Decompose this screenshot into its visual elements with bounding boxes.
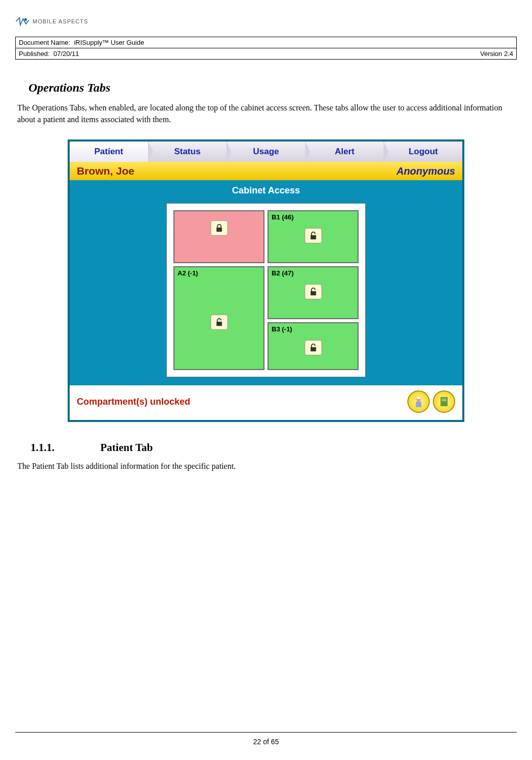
compartment-label: B3 (-1) <box>269 323 295 335</box>
doc-name-row: Document Name: iRISupply™ User Guide <box>16 37 516 48</box>
subsection-number: 1.1.1. <box>31 441 54 454</box>
tab-status[interactable]: Status <box>149 142 227 162</box>
svg-rect-2 <box>310 235 316 239</box>
nurse-icon[interactable] <box>407 390 430 413</box>
book-icon[interactable] <box>433 390 455 413</box>
cabinet-grid: B1 (46) A2 (-1) B2 (47) <box>167 204 365 377</box>
compartment-b2[interactable]: B2 (47) <box>268 266 359 319</box>
tab-alert[interactable]: Alert <box>306 142 385 162</box>
patient-name: Brown, Joe <box>77 165 134 177</box>
svg-point-0 <box>24 18 27 21</box>
subsection-paragraph: The Patient Tab lists additional informa… <box>17 460 515 472</box>
tab-label: Patient <box>94 147 123 157</box>
cabinet-panel: Cabinet Access B1 (46) <box>70 180 462 384</box>
lock-open-icon <box>211 315 228 330</box>
compartment-b1[interactable]: B1 (46) <box>268 210 359 263</box>
lock-closed-icon <box>211 220 228 236</box>
tab-label: Usage <box>253 147 279 157</box>
svg-rect-5 <box>310 347 316 351</box>
doc-name-value: iRISupply™ User Guide <box>74 39 144 46</box>
version-label: Version 2.4 <box>480 50 513 58</box>
status-row: Compartment(s) unlocked <box>70 384 462 420</box>
lock-open-icon <box>305 340 322 355</box>
compartment-label: B1 (46) <box>269 211 297 223</box>
lock-open-icon <box>305 228 322 243</box>
tab-logout[interactable]: Logout <box>384 142 462 162</box>
compartment-b3[interactable]: B3 (-1) <box>268 322 359 370</box>
lock-open-icon <box>305 284 322 299</box>
figure-cabinet-access: Patient Status Usage Alert Logout Brown,… <box>15 139 517 422</box>
footer-rule <box>15 732 517 733</box>
subsection-title: Patient Tab <box>100 441 153 454</box>
section-paragraph: The Operations Tabs, when enabled, are l… <box>17 102 515 125</box>
compartment-label: A2 (-1) <box>174 267 201 279</box>
tab-usage[interactable]: Usage <box>227 142 306 162</box>
cabinet-title: Cabinet Access <box>70 180 462 203</box>
doc-meta-box: Document Name: iRISupply™ User Guide Pub… <box>15 37 517 60</box>
tab-label: Alert <box>335 147 354 157</box>
published-cell: Published: 07/20/11 <box>19 50 79 58</box>
tab-label: Logout <box>408 147 438 157</box>
svg-rect-4 <box>310 291 316 295</box>
svg-rect-8 <box>417 398 421 399</box>
section-heading: Operations Tabs <box>28 81 517 95</box>
page-number: 22 of 65 <box>0 738 532 746</box>
status-icon-group <box>407 390 455 413</box>
published-label: Published: <box>19 50 50 58</box>
logo-text: MOBILE ASPECTS <box>33 18 88 24</box>
compartment-a1[interactable] <box>173 210 264 263</box>
anonymous-label[interactable]: Anonymous <box>396 165 455 177</box>
compartment-label: B2 (47) <box>269 267 297 279</box>
svg-rect-1 <box>216 228 222 232</box>
app-window: Patient Status Usage Alert Logout Brown,… <box>68 139 464 422</box>
tabs-row: Patient Status Usage Alert Logout <box>70 142 462 162</box>
patient-bar: Brown, Joe Anonymous <box>70 162 462 180</box>
published-value: 07/20/11 <box>53 50 79 58</box>
doc-name-label: Document Name: <box>19 39 70 46</box>
svg-rect-3 <box>216 322 222 326</box>
svg-rect-7 <box>416 402 422 407</box>
cabinet-grid-frame: B1 (46) A2 (-1) B2 (47) <box>166 203 366 377</box>
svg-rect-10 <box>441 397 448 406</box>
compartment-a2[interactable]: A2 (-1) <box>173 266 264 370</box>
tab-label: Status <box>174 147 200 157</box>
logo-icon <box>15 15 29 27</box>
subsection-heading: 1.1.1. Patient Tab <box>31 441 517 454</box>
compartment-label <box>174 211 181 215</box>
status-text: Compartment(s) unlocked <box>77 397 190 407</box>
tab-patient[interactable]: Patient <box>70 142 149 162</box>
brand-logo: MOBILE ASPECTS <box>15 15 517 27</box>
